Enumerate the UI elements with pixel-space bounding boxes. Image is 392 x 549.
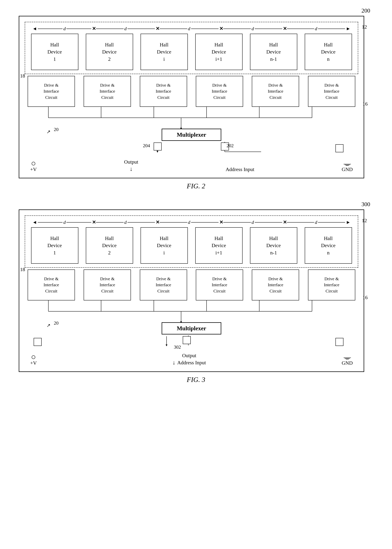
svg-rect-32	[183, 336, 190, 344]
fig2-terminal-address: Address Input	[226, 166, 254, 172]
fig3-drive-2: Drive &InterfaceCircuit	[84, 270, 131, 300]
fig3-mux-row: 20 ↗ Multiplexer	[25, 322, 358, 335]
fig3-caption: FIG. 3	[187, 376, 205, 384]
fig2-drive-5: Drive &InterfaceCircuit	[252, 76, 299, 107]
fig3-drive-1: Drive &InterfaceCircuit	[28, 270, 75, 300]
svg-rect-34	[34, 338, 42, 346]
fig2-vplus-circle	[32, 162, 35, 165]
svg-text:202: 202	[227, 143, 234, 148]
fig2-caption: FIG. 2	[187, 182, 205, 190]
fig2-gnd-symbol	[344, 164, 351, 166]
fig2-label-16: 16	[363, 101, 368, 107]
fig3-hall-device-i: HallDevicei	[140, 227, 188, 264]
fig3-devices-row: HallDevice1 HallDevice2 HallDevicei Hall…	[29, 227, 354, 264]
fig2-main-box: 12 ◄d ✕ d ✕	[19, 16, 364, 178]
fig3-terminal-vplus: +V	[30, 355, 37, 366]
fig2-drive-4: Drive &InterfaceCircuit	[196, 76, 243, 107]
fig3-hall-device-n: HallDevicen	[305, 227, 352, 264]
fig3-drive-row: Drive &InterfaceCircuit Drive &Interface…	[25, 270, 358, 300]
fig3-dim-row: ◄d ✕ d ✕ d ✕ d	[29, 220, 354, 225]
fig2-label-12: 12	[362, 24, 367, 30]
fig3-gnd-label: GND	[342, 360, 353, 366]
fig3-label-18: 18	[20, 267, 25, 272]
fig2-hall-device-ip1: HallDevicei+1	[195, 34, 243, 70]
fig3-drive-6: Drive &InterfaceCircuit	[308, 270, 355, 300]
fig2-terminal-gnd: GND	[342, 164, 353, 172]
svg-rect-14	[154, 143, 161, 150]
fig2-hall-device-i: HallDevicei	[140, 34, 188, 70]
fig3-output-arrow: ↓	[173, 359, 175, 366]
fig3-drive-5: Drive &InterfaceCircuit	[252, 270, 299, 300]
fig2-output-arrow: ↓	[130, 166, 133, 172]
page: 200 12 ◄d ✕ d	[11, 7, 381, 384]
fig3-output-label: Output	[182, 353, 196, 358]
fig2-addr-svg: 204 202	[25, 143, 358, 157]
fig2-hall-device-2: HallDevice2	[86, 34, 133, 70]
fig2-dim-row: ◄d ✕ d ✕ d ✕ d	[29, 26, 354, 31]
fig2-output-label: Output	[124, 159, 138, 165]
svg-text:204: 204	[143, 143, 150, 148]
fig2-address-label: Address Input	[226, 166, 254, 172]
fig2-diagram-number: 200	[361, 7, 370, 14]
fig3-diagram-number: 300	[361, 201, 370, 208]
fig2-label-20-arrow: ↗	[47, 129, 50, 135]
fig3-drive-4: Drive &InterfaceCircuit	[196, 270, 243, 300]
fig2-label-20: 20	[54, 127, 59, 132]
fig3-terminals: +V Output ↓ Address Input	[25, 353, 358, 366]
fig3-address-label: Address Input	[177, 360, 206, 366]
fig2-hall-device-1: HallDevice1	[31, 34, 78, 70]
svg-text:302: 302	[174, 344, 181, 350]
fig3-label-20: 20	[54, 321, 59, 326]
fig3-label-20-arrow: ↗	[47, 323, 50, 328]
svg-marker-29	[166, 344, 168, 346]
fig2-mux-row: 20 ↗ Multiplexer	[25, 129, 358, 141]
fig2-hall-device-nm1: HallDevicen-1	[250, 34, 297, 70]
fig3-hall-device-ip1: HallDevicei+1	[195, 227, 243, 264]
fig3-sensor-array: 12 ◄d ✕ d ✕	[25, 215, 358, 268]
fig2-drive-6: Drive &InterfaceCircuit	[308, 76, 355, 107]
svg-rect-16	[336, 144, 343, 152]
fig3-terminal-gnd: GND	[342, 357, 353, 366]
fig3-addr-svg: 302	[25, 336, 358, 351]
fig2-terminal-output: Output ↓	[124, 159, 138, 172]
fig3-main-box: 12 ◄d ✕ d ✕	[19, 209, 364, 372]
fig2-devices-row: HallDevice1 HallDevice2 HallDevicei Hall…	[29, 34, 354, 70]
fig3-label-12: 12	[362, 218, 367, 223]
fig3-hall-device-2: HallDevice2	[86, 227, 133, 264]
fig3-connector-svg	[25, 300, 358, 322]
fig3-hall-device-nm1: HallDevicen-1	[250, 227, 297, 264]
fig3-label-16: 16	[363, 295, 368, 300]
svg-rect-35	[336, 338, 343, 346]
fig2-multiplexer: Multiplexer	[162, 129, 221, 141]
figure-3-container: 300 12 ◄d ✕ d ✕	[11, 201, 381, 384]
fig2-drive-2: Drive &InterfaceCircuit	[84, 76, 131, 107]
fig3-terminal-output-addr: Output ↓ Address Input	[173, 353, 206, 366]
fig2-drive-3: Drive &InterfaceCircuit	[140, 76, 187, 107]
fig2-connector-svg	[25, 107, 358, 129]
fig2-drive-row: Drive &InterfaceCircuit Drive &Interface…	[25, 76, 358, 107]
fig2-terminals: +V Output ↓ Address Input	[25, 159, 358, 172]
fig2-sensor-array: 12 ◄d ✕ d ✕	[25, 22, 358, 74]
figure-2-container: 200 12 ◄d ✕ d	[11, 7, 381, 190]
fig2-gnd-label: GND	[342, 166, 353, 172]
fig3-vplus-circle	[32, 355, 35, 359]
fig3-gnd-symbol	[344, 357, 351, 359]
svg-marker-10	[157, 151, 158, 153]
fig2-vplus-label: +V	[30, 166, 37, 172]
fig3-hall-device-1: HallDevice1	[31, 227, 78, 264]
fig2-hall-device-n: HallDevicen	[305, 34, 352, 70]
fig2-drive-1: Drive &InterfaceCircuit	[28, 76, 75, 107]
fig2-label-18: 18	[20, 73, 25, 79]
fig3-multiplexer: Multiplexer	[162, 322, 221, 335]
fig3-vplus-label: +V	[30, 360, 37, 366]
fig3-drive-3: Drive &InterfaceCircuit	[140, 270, 187, 300]
fig2-terminal-vplus: +V	[30, 162, 37, 172]
